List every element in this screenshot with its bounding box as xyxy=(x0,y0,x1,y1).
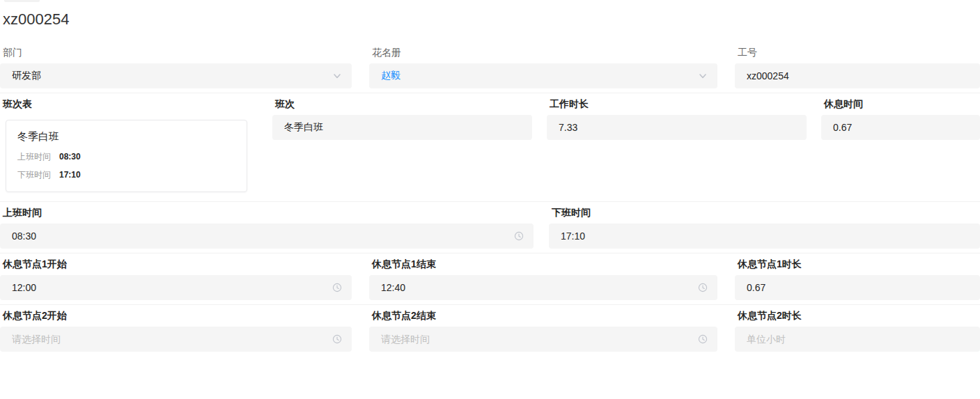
form-row-rest-period-1: 休息节点1开始 休息节点1结束 休息节点1时长 xyxy=(0,253,980,305)
field-employee-id: 工号 xyxy=(735,47,980,88)
shift-card-start-label: 上班时间 xyxy=(17,152,51,162)
clock-icon[interactable] xyxy=(332,283,342,292)
rest2-duration-control xyxy=(735,327,980,352)
start-time-label: 上班时间 xyxy=(0,208,534,217)
shift-card-end-label: 下班时间 xyxy=(17,171,51,180)
field-shift-table: 班次表 冬季白班 上班时间 08:30 下班时间 17:10 xyxy=(0,99,258,192)
field-roster: 花名册 赵毅 xyxy=(369,47,717,88)
field-rest1-end: 休息节点1结束 xyxy=(369,259,717,300)
shift-card-start-line: 上班时间 08:30 xyxy=(17,152,235,162)
shift-card-title: 冬季白班 xyxy=(17,131,235,142)
employee-id-input[interactable] xyxy=(735,63,980,88)
department-value: 研发部 xyxy=(12,70,41,82)
work-hours-label: 工作时长 xyxy=(547,99,807,109)
clock-icon[interactable] xyxy=(332,334,342,344)
rest1-end-picker xyxy=(369,275,717,300)
rest2-start-picker xyxy=(0,327,352,352)
start-time-input[interactable] xyxy=(0,224,534,249)
employee-id-label: 工号 xyxy=(735,47,980,57)
field-department: 部门 研发部 xyxy=(0,47,352,88)
shift-card-end-value: 17:10 xyxy=(59,171,81,180)
end-time-picker xyxy=(549,224,980,249)
rest2-end-label: 休息节点2结束 xyxy=(369,311,717,320)
shift-control xyxy=(272,115,532,140)
chevron-down-icon[interactable] xyxy=(698,71,708,81)
rest1-duration-input[interactable] xyxy=(735,275,980,300)
shift-input[interactable] xyxy=(272,115,532,140)
rest1-start-input[interactable] xyxy=(0,275,352,300)
form-row-rest-period-2: 休息节点2开始 休息节点2结束 休息节点2时长 xyxy=(0,305,980,356)
shift-card-end-line: 下班时间 17:10 xyxy=(17,171,235,180)
rest2-start-label: 休息节点2开始 xyxy=(0,311,352,320)
clock-icon[interactable] xyxy=(698,283,708,292)
chevron-down-icon[interactable] xyxy=(332,71,342,81)
rest2-end-picker xyxy=(369,327,717,352)
form-row-shift-info: 班次表 冬季白班 上班时间 08:30 下班时间 17:10 班次 工作时长 休… xyxy=(0,93,980,202)
roster-label: 花名册 xyxy=(369,47,717,57)
rest2-end-input[interactable] xyxy=(369,327,717,352)
field-rest2-start: 休息节点2开始 xyxy=(0,311,352,352)
shift-card-start-value: 08:30 xyxy=(59,152,81,162)
page-title: xz000254 xyxy=(3,10,980,29)
work-hours-control xyxy=(547,115,807,140)
field-rest2-end: 休息节点2结束 xyxy=(369,311,717,352)
rest1-duration-label: 休息节点1时长 xyxy=(735,259,980,269)
field-rest1-duration: 休息节点1时长 xyxy=(735,259,980,300)
end-time-input[interactable] xyxy=(549,224,980,249)
rest2-duration-input[interactable] xyxy=(735,327,980,352)
start-time-picker xyxy=(0,224,534,249)
roster-select[interactable]: 赵毅 xyxy=(369,63,717,88)
work-hours-input[interactable] xyxy=(547,115,807,140)
roster-value[interactable]: 赵毅 xyxy=(381,70,400,82)
rest1-duration-control xyxy=(735,275,980,300)
shift-table-label: 班次表 xyxy=(0,99,258,109)
field-end-time: 下班时间 xyxy=(549,208,980,249)
shift-card[interactable]: 冬季白班 上班时间 08:30 下班时间 17:10 xyxy=(6,120,247,192)
field-shift: 班次 xyxy=(272,99,532,192)
department-select[interactable]: 研发部 xyxy=(0,63,352,88)
clock-icon[interactable] xyxy=(514,231,524,241)
rest2-duration-label: 休息节点2时长 xyxy=(735,311,980,320)
rest-hours-control xyxy=(821,115,980,140)
employee-id-control xyxy=(735,63,980,88)
field-work-hours: 工作时长 xyxy=(547,99,807,192)
form-row-basic-info: 部门 研发部 花名册 赵毅 工号 xyxy=(0,29,980,93)
clock-icon[interactable] xyxy=(698,334,708,344)
rest1-end-label: 休息节点1结束 xyxy=(369,259,717,269)
end-time-label: 下班时间 xyxy=(549,208,980,217)
form-row-work-times: 上班时间 下班时间 xyxy=(0,202,980,253)
field-rest2-duration: 休息节点2时长 xyxy=(735,311,980,352)
rest-hours-input[interactable] xyxy=(821,115,980,140)
field-start-time: 上班时间 xyxy=(0,208,534,249)
rest1-start-label: 休息节点1开始 xyxy=(0,259,352,269)
rest1-start-picker xyxy=(0,275,352,300)
rest1-end-input[interactable] xyxy=(369,275,717,300)
shift-label: 班次 xyxy=(272,99,532,109)
field-rest1-start: 休息节点1开始 xyxy=(0,259,352,300)
rest2-start-input[interactable] xyxy=(0,327,352,352)
department-label: 部门 xyxy=(0,47,352,57)
top-edge-remnant xyxy=(4,0,40,2)
rest-hours-label: 休息时间 xyxy=(821,99,980,109)
field-rest-hours: 休息时间 xyxy=(821,99,980,192)
